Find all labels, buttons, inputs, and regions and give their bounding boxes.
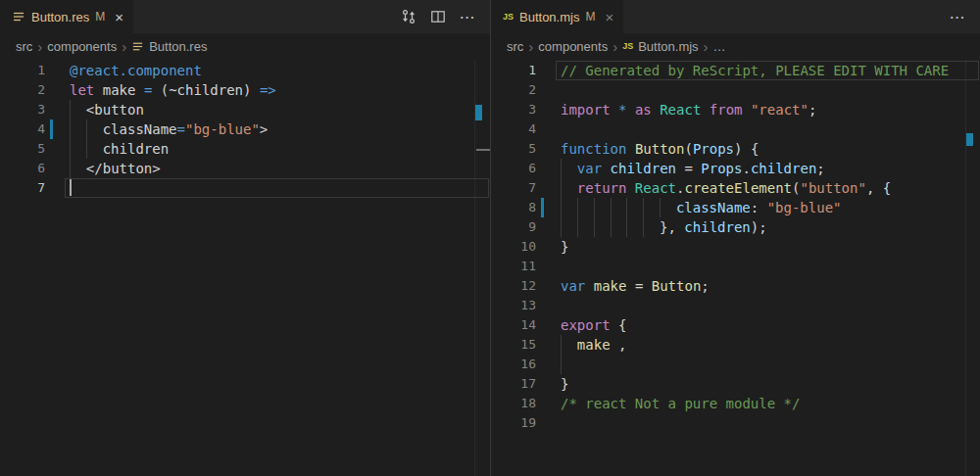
line-number[interactable]: 10	[491, 237, 536, 257]
code-line[interactable]: 4	[491, 119, 980, 139]
tab-button-mjs[interactable]: JS Button.mjs M ×	[491, 0, 623, 33]
line-number[interactable]: 2	[491, 80, 536, 100]
line-number[interactable]: 7	[0, 178, 45, 198]
code-line[interactable]: 11	[491, 257, 980, 276]
code-token	[701, 102, 709, 118]
code-token: }	[561, 376, 568, 392]
code-line[interactable]: 8className: "bg-blue"	[491, 198, 980, 217]
editor[interactable]: 1@react.component2let make = (~children)…	[0, 60, 490, 476]
breadcrumb-item-components[interactable]: components	[538, 39, 608, 54]
line-number[interactable]: 8	[491, 198, 536, 217]
code-line[interactable]: 16	[491, 355, 980, 374]
code-line[interactable]: 9}, children);	[491, 217, 980, 237]
line-number[interactable]: 6	[0, 159, 45, 178]
breadcrumb-left: src › components › Button.res	[0, 33, 490, 60]
code-token: =>	[260, 82, 276, 98]
line-number[interactable]: 5	[491, 139, 536, 159]
code-line[interactable]: 10}	[491, 237, 980, 257]
breadcrumb-item-src[interactable]: src	[507, 39, 523, 54]
code-line[interactable]: 5function Button(Props) {	[491, 139, 980, 159]
code-line[interactable]: 18/* react Not a pure module */	[491, 394, 980, 413]
git-modified-gutter-marker	[541, 198, 544, 217]
code-token: var	[577, 161, 602, 176]
code-line[interactable]: 12var make = Button;	[491, 276, 980, 296]
code-line[interactable]: 4className="bg-blue">	[0, 119, 490, 139]
line-number[interactable]: 18	[491, 394, 536, 413]
line-number[interactable]: 1	[0, 61, 45, 80]
more-actions-icon[interactable]: ⋯	[948, 7, 967, 26]
breadcrumb-item-file[interactable]: Button.res	[131, 39, 207, 54]
code-token	[585, 278, 593, 294]
line-number[interactable]: 9	[491, 217, 536, 237]
line-number[interactable]: 12	[491, 276, 536, 296]
open-changes-icon[interactable]	[399, 7, 418, 26]
code-token: from	[710, 102, 743, 118]
code-token: =	[676, 161, 701, 176]
line-number[interactable]: 13	[491, 296, 536, 315]
line-number[interactable]: 4	[491, 119, 536, 139]
code-token: "button"	[800, 180, 865, 196]
code-line[interactable]: 19	[491, 413, 980, 433]
code-line[interactable]: 6var children = Props.children;	[491, 159, 980, 178]
line-number[interactable]: 1	[491, 61, 536, 80]
line-number[interactable]: 3	[0, 100, 45, 119]
code-line-text: make ,	[561, 335, 626, 355]
code-line[interactable]: 1// Generated by ReScript, PLEASE EDIT W…	[491, 61, 980, 80]
code-line[interactable]: 14export {	[491, 315, 980, 335]
code-token: ;	[701, 278, 709, 294]
editor-group-separator[interactable]	[490, 0, 491, 476]
code-line[interactable]: 1@react.component	[0, 61, 490, 80]
indent-guide-icon	[611, 217, 627, 237]
breadcrumb-item-components[interactable]: components	[47, 39, 117, 54]
code-line[interactable]: 17}	[491, 374, 980, 394]
code-token: </button>	[86, 161, 161, 176]
code-line[interactable]: 2	[491, 80, 980, 100]
line-number[interactable]: 4	[0, 119, 45, 139]
code-line[interactable]: 3import * as React from "react";	[491, 100, 980, 119]
code-line[interactable]: 7	[0, 178, 490, 198]
code-token	[602, 161, 610, 176]
breadcrumb-symbol-ellipsis[interactable]: …	[713, 39, 726, 54]
code-line[interactable]: 3<button	[0, 100, 490, 119]
close-icon[interactable]: ×	[605, 10, 613, 24]
line-number[interactable]: 16	[491, 355, 536, 374]
tab-button-res[interactable]: Button.res M ×	[0, 0, 133, 33]
code-line[interactable]: 13	[491, 296, 980, 315]
code-token: Button	[635, 141, 685, 157]
chevron-right-icon: ›	[612, 39, 618, 54]
breadcrumb-item-file[interactable]: JS Button.mjs	[622, 39, 698, 54]
more-actions-icon[interactable]: ⋯	[458, 7, 477, 26]
breadcrumb-item-src[interactable]: src	[16, 39, 32, 54]
code-line[interactable]: 7return React.createElement("button", {	[491, 178, 980, 198]
indent-guide-icon	[626, 198, 643, 217]
editor[interactable]: 1// Generated by ReScript, PLEASE EDIT W…	[491, 60, 980, 476]
close-icon[interactable]: ×	[115, 10, 123, 24]
line-number[interactable]: 5	[0, 139, 45, 159]
code-line-text: let make = (~children) =>	[70, 80, 276, 100]
code-line-text: className="bg-blue">	[70, 119, 268, 139]
line-number[interactable]: 7	[491, 178, 536, 198]
line-number[interactable]: 19	[491, 413, 536, 433]
code-line[interactable]: 5children	[0, 139, 490, 159]
line-number[interactable]: 3	[491, 100, 536, 119]
javascript-file-icon: JS	[503, 13, 514, 22]
line-number[interactable]: 15	[491, 335, 536, 355]
chevron-right-icon: ›	[121, 39, 127, 54]
line-number[interactable]: 14	[491, 315, 536, 335]
code-line[interactable]: 15make ,	[491, 335, 980, 355]
line-number[interactable]: 11	[491, 257, 536, 276]
code-line[interactable]: 6</button>	[0, 159, 490, 178]
line-number[interactable]: 6	[491, 159, 536, 178]
indent-guide-icon	[577, 198, 594, 217]
code-token: },	[660, 219, 684, 235]
javascript-file-icon: JS	[622, 42, 633, 51]
vscode-window: Button.res M ×	[0, 0, 980, 476]
split-editor-icon[interactable]	[428, 7, 448, 26]
code-token: children	[103, 141, 169, 157]
indent-guide-icon	[70, 100, 86, 119]
line-number[interactable]: 17	[491, 374, 536, 394]
code-token: =	[177, 121, 185, 137]
code-token	[626, 102, 634, 118]
line-number[interactable]: 2	[0, 80, 45, 100]
code-line[interactable]: 2let make = (~children) =>	[0, 80, 490, 100]
